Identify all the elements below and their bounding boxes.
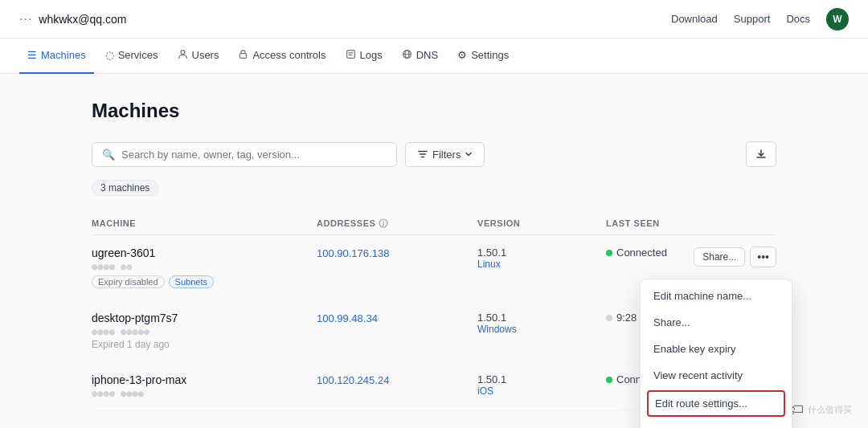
filters-label: Filters	[432, 149, 461, 161]
table-header: MACHINE ADDRESSES VERSION LAST SEEN	[92, 212, 776, 235]
user-email: whkwkx@qq.com	[39, 13, 126, 26]
chevron-down-icon	[465, 150, 473, 158]
address-link-3[interactable]: 100.120.245.24	[317, 374, 389, 386]
info-icon	[379, 218, 388, 228]
machine-id-3: ●●●● ●●●●	[92, 388, 317, 399]
machines-table: MACHINE ADDRESSES VERSION LAST SEEN ugre…	[92, 212, 776, 411]
nav-bar: ☰ Machines ◌ Services Users Access contr…	[0, 39, 868, 74]
more-button-1[interactable]: •••	[750, 247, 776, 267]
share-button-1[interactable]: Share...	[694, 247, 745, 267]
nav-machines-label: Machines	[41, 49, 86, 61]
access-controls-nav-icon	[238, 49, 248, 62]
docs-link[interactable]: Docs	[786, 13, 810, 25]
table-row: ugreen-3601 ●●●● ●● Expiry disabled Subn…	[92, 235, 776, 300]
expired-text-2: Expired 1 day ago	[92, 339, 317, 350]
connected-dot-1	[606, 250, 612, 256]
machine-cell-3: iphone-13-pro-max ●●●● ●●●●	[92, 373, 317, 399]
address-cell-3: 100.120.245.24	[317, 373, 477, 386]
col-header-lastseen: LAST SEEN	[606, 218, 767, 228]
row-actions-1: Share... ••• Edit machine name... Share.…	[694, 247, 776, 267]
machine-cell-1: ugreen-3601 ●●●● ●● Expiry disabled Subn…	[92, 247, 317, 288]
col-header-machine: MACHINE	[92, 218, 317, 228]
support-link[interactable]: Support	[734, 13, 771, 25]
machine-id-1: ●●●● ●●	[92, 261, 317, 272]
nav-access-controls-label: Access controls	[252, 49, 326, 61]
machine-name-3: iphone-13-pro-max	[92, 373, 317, 386]
watermark-text: 什么值得买	[808, 404, 852, 416]
logs-nav-icon	[346, 49, 356, 62]
nav-services[interactable]: ◌ Services	[97, 39, 166, 74]
header-left: ··· whkwkx@qq.com	[19, 12, 126, 26]
watermark: 🏷 什么值得买	[789, 402, 852, 418]
services-nav-icon: ◌	[105, 49, 114, 61]
download-icon	[755, 148, 768, 161]
nav-users[interactable]: Users	[170, 39, 227, 74]
nav-dns[interactable]: DNS	[394, 39, 446, 74]
users-nav-icon	[178, 49, 188, 62]
machines-count-badge: 3 machines	[92, 180, 158, 196]
col-header-version: VERSION	[477, 218, 606, 228]
svg-rect-2	[346, 50, 354, 58]
settings-nav-icon: ⚙	[457, 49, 467, 61]
version-os-3: iOS	[477, 385, 606, 397]
machines-nav-icon: ☰	[27, 49, 37, 61]
download-button[interactable]	[746, 141, 776, 167]
machine-name-1: ugreen-3601	[92, 247, 317, 259]
dropdown-item-route-settings[interactable]: Edit route settings...	[647, 390, 785, 417]
version-cell-3: 1.50.1 iOS	[477, 373, 606, 397]
nav-dns-label: DNS	[416, 49, 438, 61]
nav-logs-label: Logs	[360, 49, 383, 61]
nav-machines[interactable]: ☰ Machines	[19, 39, 94, 74]
dropdown-item-recent-activity[interactable]: View recent activity	[641, 362, 792, 389]
page-title: Machines	[92, 100, 776, 122]
filters-button[interactable]: Filters	[405, 142, 485, 167]
version-text-1: 1.50.1	[477, 247, 606, 259]
address-cell-2: 100.99.48.34	[317, 312, 477, 324]
nav-settings[interactable]: ⚙ Settings	[449, 39, 517, 74]
search-row: 🔍 Filters	[92, 141, 776, 167]
address-link-2[interactable]: 100.99.48.34	[317, 312, 378, 324]
dropdown-item-acl-tags[interactable]: Edit ACL tags...	[641, 418, 792, 428]
address-link-1[interactable]: 100.90.176.138	[317, 247, 389, 259]
download-link[interactable]: Download	[671, 13, 718, 25]
machine-cell-2: desktop-ptgm7s7 ●●●● ●●●●● Expired 1 day…	[92, 312, 317, 350]
version-text-2: 1.50.1	[477, 312, 606, 324]
machine-id-2: ●●●● ●●●●●	[92, 326, 317, 337]
version-text-3: 1.50.1	[477, 373, 606, 385]
disconnected-dot-2	[606, 315, 612, 321]
nav-services-label: Services	[118, 49, 158, 61]
version-cell-2: 1.50.1 Windows	[477, 312, 606, 335]
top-header: ··· whkwkx@qq.com Download Support Docs …	[0, 0, 868, 39]
nav-access-controls[interactable]: Access controls	[230, 39, 334, 74]
version-os-2: Windows	[477, 324, 606, 335]
nav-users-label: Users	[192, 49, 219, 61]
nav-logs[interactable]: Logs	[338, 39, 391, 74]
app-dots-icon: ···	[19, 12, 32, 26]
dns-nav-icon	[402, 49, 412, 62]
col-header-addresses: ADDRESSES	[317, 218, 477, 228]
svg-rect-1	[240, 53, 247, 58]
machine-name-2: desktop-ptgm7s7	[92, 312, 317, 324]
dropdown-item-enable-expiry[interactable]: Enable key expiry	[641, 336, 792, 362]
machine-badges-1: Expiry disabled Subnets	[92, 275, 317, 288]
dropdown-item-edit-name[interactable]: Edit machine name...	[641, 283, 792, 309]
version-cell-1: 1.50.1 Linux	[477, 247, 606, 270]
search-input[interactable]	[121, 149, 387, 161]
search-box: 🔍	[92, 142, 397, 167]
address-cell-1: 100.90.176.138	[317, 247, 477, 259]
avatar[interactable]: W	[826, 8, 849, 31]
filter-icon	[417, 149, 428, 160]
header-right: Download Support Docs W	[671, 8, 849, 31]
subnets-badge: Subnets	[169, 275, 214, 288]
version-os-1: Linux	[477, 259, 606, 270]
svg-point-0	[181, 50, 185, 54]
dropdown-menu: Edit machine name... Share... Enable key…	[640, 279, 792, 428]
main-content: Machines 🔍 Filters 3 machines MAC	[72, 74, 796, 428]
last-seen-text-1: Connected	[616, 247, 667, 259]
expiry-badge: Expiry disabled	[92, 275, 165, 288]
nav-settings-label: Settings	[471, 49, 509, 61]
search-icon: 🔍	[102, 149, 115, 161]
dropdown-item-share[interactable]: Share...	[641, 309, 792, 336]
connected-dot-3	[606, 377, 612, 383]
